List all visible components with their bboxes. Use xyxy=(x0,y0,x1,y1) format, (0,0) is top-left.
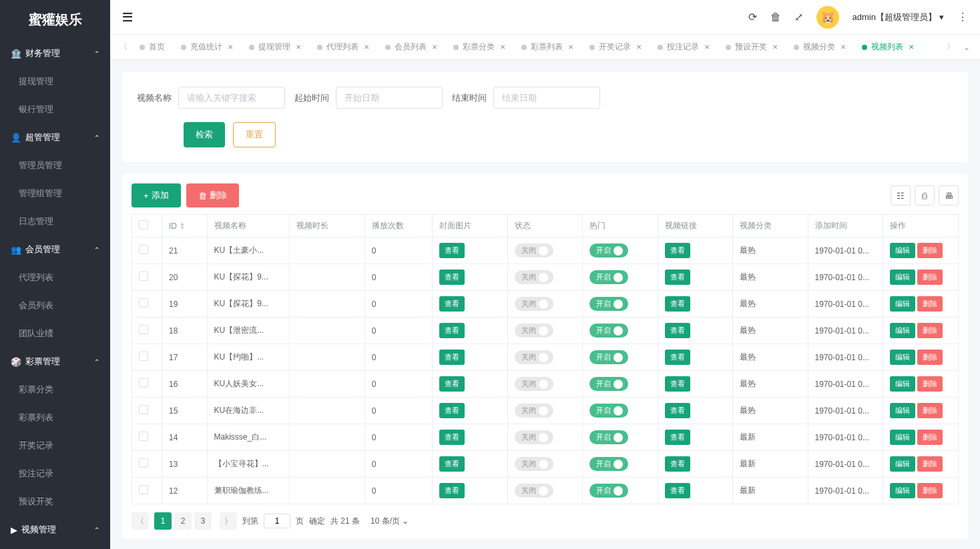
delete-button[interactable]: 删除 xyxy=(917,243,943,258)
view-cover-button[interactable]: 查看 xyxy=(439,350,465,365)
print-icon[interactable]: 🖶 xyxy=(939,185,959,205)
menu-item-视频分类[interactable]: 视频分类 xyxy=(0,544,110,549)
page-prev[interactable]: 〈 xyxy=(132,512,149,530)
tab-首页[interactable]: 首页 xyxy=(132,35,173,60)
col-id[interactable]: ID▲▼ xyxy=(162,215,208,237)
tab-视频分类[interactable]: 视频分类✕ xyxy=(786,35,854,60)
tabs-dropdown[interactable]: ⌄ xyxy=(959,43,975,52)
menu-item-会员列表[interactable]: 会员列表 xyxy=(0,292,110,320)
tab-close-icon[interactable]: ✕ xyxy=(364,43,369,51)
goto-page-input[interactable] xyxy=(264,514,290,528)
tab-会员列表[interactable]: 会员列表✕ xyxy=(377,35,445,60)
filter-start-input[interactable] xyxy=(336,87,443,109)
menu-item-开奖记录[interactable]: 开奖记录 xyxy=(0,432,110,460)
select-all-checkbox[interactable] xyxy=(139,220,148,229)
hot-switch[interactable]: 开启 xyxy=(589,457,628,471)
tab-代理列表[interactable]: 代理列表✕ xyxy=(309,35,377,60)
delete-button[interactable]: 删除 xyxy=(917,269,943,285)
tab-close-icon[interactable]: ✕ xyxy=(909,43,914,51)
status-switch[interactable]: 关闭 xyxy=(515,430,553,444)
view-link-button[interactable]: 查看 xyxy=(665,269,690,285)
delete-button[interactable]: 删除 xyxy=(917,403,943,418)
user-dropdown[interactable]: admin【超级管理员】 ▾ xyxy=(852,11,944,23)
delete-button[interactable]: 删除 xyxy=(917,430,943,445)
view-link-button[interactable]: 查看 xyxy=(665,350,690,365)
view-link-button[interactable]: 查看 xyxy=(665,456,690,472)
menu-item-团队业绩[interactable]: 团队业绩 xyxy=(0,320,110,348)
tabs-scroll-left[interactable]: 〈 xyxy=(115,41,132,53)
hot-switch[interactable]: 开启 xyxy=(589,404,628,418)
view-link-button[interactable]: 查看 xyxy=(665,483,690,498)
view-link-button[interactable]: 查看 xyxy=(665,296,690,312)
status-switch[interactable]: 关闭 xyxy=(515,324,553,338)
view-link-button[interactable]: 查看 xyxy=(665,430,690,445)
view-cover-button[interactable]: 查看 xyxy=(439,296,465,312)
tab-close-icon[interactable]: ✕ xyxy=(568,43,573,51)
tab-开奖记录[interactable]: 开奖记录✕ xyxy=(581,35,650,60)
menu-item-管理员管理[interactable]: 管理员管理 xyxy=(0,151,110,179)
tab-close-icon[interactable]: ✕ xyxy=(636,43,642,51)
status-switch[interactable]: 关闭 xyxy=(515,404,553,418)
menu-group-彩票管理[interactable]: 🎲彩票管理⌃ xyxy=(0,348,110,376)
hot-switch[interactable]: 开启 xyxy=(589,270,628,284)
row-checkbox[interactable] xyxy=(139,378,148,388)
menu-item-预设开奖[interactable]: 预设开奖 xyxy=(0,488,110,516)
row-checkbox[interactable] xyxy=(139,245,148,254)
row-checkbox[interactable] xyxy=(139,432,148,441)
status-switch[interactable]: 关闭 xyxy=(515,377,553,391)
tab-提现管理[interactable]: 提现管理✕ xyxy=(241,35,309,60)
menu-group-会员管理[interactable]: 👥会员管理⌃ xyxy=(0,235,110,263)
hot-switch[interactable]: 开启 xyxy=(589,484,628,498)
per-page-select[interactable]: 10 条/页 ⌄ xyxy=(371,516,409,527)
row-checkbox[interactable] xyxy=(139,325,148,334)
menu-group-财务管理[interactable]: 🏦财务管理⌃ xyxy=(0,39,110,67)
hot-switch[interactable]: 开启 xyxy=(589,324,628,338)
tab-close-icon[interactable]: ✕ xyxy=(432,43,437,51)
menu-item-提现管理[interactable]: 提现管理 xyxy=(0,67,110,95)
row-checkbox[interactable] xyxy=(139,485,148,494)
view-cover-button[interactable]: 查看 xyxy=(439,456,465,472)
view-cover-button[interactable]: 查看 xyxy=(439,376,465,392)
edit-button[interactable]: 编辑 xyxy=(890,456,915,472)
view-cover-button[interactable]: 查看 xyxy=(439,269,465,285)
export-icon[interactable]: ⎙ xyxy=(915,185,935,205)
add-button[interactable]: +添加 xyxy=(132,183,181,207)
menu-item-投注记录[interactable]: 投注记录 xyxy=(0,460,110,488)
delete-button[interactable]: 删除 xyxy=(917,483,943,498)
menu-item-银行管理[interactable]: 银行管理 xyxy=(0,95,110,123)
status-switch[interactable]: 关闭 xyxy=(515,270,553,284)
view-cover-button[interactable]: 查看 xyxy=(439,483,465,498)
delete-button[interactable]: 删除 xyxy=(917,456,943,472)
view-link-button[interactable]: 查看 xyxy=(665,376,690,392)
page-2[interactable]: 2 xyxy=(174,512,192,530)
view-cover-button[interactable]: 查看 xyxy=(439,323,465,338)
fullscreen-icon[interactable]: ⤢ xyxy=(794,11,803,23)
view-link-button[interactable]: 查看 xyxy=(665,243,690,258)
hot-switch[interactable]: 开启 xyxy=(589,377,628,391)
tab-close-icon[interactable]: ✕ xyxy=(704,43,710,51)
avatar[interactable]: 🐹 xyxy=(816,6,839,29)
row-checkbox[interactable] xyxy=(139,271,148,281)
tab-彩票列表[interactable]: 彩票列表✕ xyxy=(513,35,581,60)
menu-group-超管管理[interactable]: 👤超管管理⌃ xyxy=(0,123,110,151)
hot-switch[interactable]: 开启 xyxy=(589,297,628,311)
row-checkbox[interactable] xyxy=(139,458,148,468)
edit-button[interactable]: 编辑 xyxy=(890,350,915,365)
row-checkbox[interactable] xyxy=(139,298,148,308)
reset-button[interactable]: 重置 xyxy=(233,122,276,147)
tab-close-icon[interactable]: ✕ xyxy=(772,43,778,51)
edit-button[interactable]: 编辑 xyxy=(890,323,915,338)
trash-icon[interactable]: 🗑 xyxy=(770,11,781,23)
tab-视频列表[interactable]: 视频列表✕ xyxy=(854,35,922,60)
menu-group-视频管理[interactable]: ▶视频管理⌃ xyxy=(0,516,110,544)
filter-end-input[interactable] xyxy=(493,87,600,109)
view-link-button[interactable]: 查看 xyxy=(665,403,690,418)
collapse-icon[interactable]: ☰ xyxy=(122,10,133,25)
delete-button[interactable]: 删除 xyxy=(917,376,943,392)
tab-充值统计[interactable]: 充值统计✕ xyxy=(173,35,241,60)
tab-预设开奖[interactable]: 预设开奖✕ xyxy=(718,35,786,60)
status-switch[interactable]: 关闭 xyxy=(515,484,553,498)
tab-投注记录[interactable]: 投注记录✕ xyxy=(650,35,718,60)
delete-button[interactable]: 删除 xyxy=(917,323,943,338)
hot-switch[interactable]: 开启 xyxy=(589,430,628,444)
